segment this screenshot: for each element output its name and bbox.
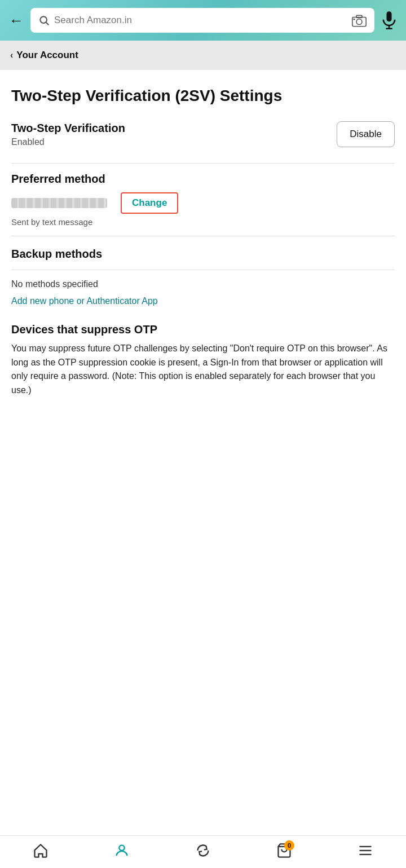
backup-methods-heading: Backup methods: [11, 248, 395, 261]
svg-rect-4: [356, 15, 362, 17]
home-icon: [33, 843, 48, 862]
add-phone-link[interactable]: Add new phone or Authenticator App: [11, 296, 158, 306]
no-methods-text: No methods specified: [11, 279, 395, 289]
nav-account[interactable]: [105, 843, 139, 862]
preferred-method-heading: Preferred method: [11, 173, 395, 186]
bottom-nav: 0: [0, 835, 406, 868]
person-icon: [114, 843, 130, 862]
phone-number-blur: [11, 198, 107, 208]
devices-section: Devices that suppress OTP You may suppre…: [11, 323, 395, 398]
two-step-heading: Two-Step Verification: [11, 121, 125, 135]
svg-point-0: [40, 17, 47, 24]
search-icon: [38, 14, 50, 26]
two-step-status: Enabled: [11, 137, 125, 147]
page-title: Two-Step Verification (2SV) Settings: [11, 86, 395, 105]
divider-3: [11, 270, 395, 270]
header: ←: [0, 0, 406, 41]
svg-point-3: [356, 19, 362, 24]
divider-2: [11, 236, 395, 236]
search-input[interactable]: [54, 15, 347, 26]
two-step-section: Two-Step Verification Enabled Disable: [11, 121, 395, 147]
breadcrumb-label: Your Account: [16, 50, 78, 61]
refresh-icon: [195, 843, 211, 862]
sent-by-text: Sent by text message: [11, 217, 395, 227]
devices-heading: Devices that suppress OTP: [11, 323, 395, 336]
change-button[interactable]: Change: [121, 192, 178, 214]
back-button[interactable]: ←: [9, 13, 24, 28]
backup-methods-section: Backup methods No methods specified Add …: [11, 248, 395, 306]
main-content: Two-Step Verification (2SV) Settings Two…: [0, 70, 406, 835]
disable-button[interactable]: Disable: [337, 121, 395, 147]
divider-1: [11, 163, 395, 164]
camera-icon[interactable]: [352, 14, 367, 27]
svg-point-9: [119, 845, 124, 851]
nav-returns[interactable]: [186, 843, 220, 862]
svg-line-1: [46, 23, 49, 25]
preferred-method-section: Preferred method Change Sent by text mes…: [11, 173, 395, 227]
method-row: Change: [11, 192, 395, 214]
two-step-heading-group: Two-Step Verification Enabled: [11, 121, 125, 147]
nav-cart[interactable]: 0: [267, 843, 301, 862]
cart-wrapper: 0: [276, 843, 292, 862]
search-bar[interactable]: [30, 8, 374, 33]
svg-rect-6: [386, 11, 391, 21]
nav-home[interactable]: [24, 843, 58, 862]
menu-icon: [358, 843, 373, 862]
svg-rect-5: [353, 19, 355, 20]
breadcrumb[interactable]: ‹ Your Account: [0, 41, 406, 70]
devices-body: You may suppress future OTP challenges b…: [11, 342, 395, 398]
nav-menu[interactable]: [348, 843, 382, 862]
mic-icon[interactable]: [381, 11, 397, 30]
cart-badge: 0: [284, 840, 294, 851]
breadcrumb-chevron-icon: ‹: [10, 50, 13, 60]
